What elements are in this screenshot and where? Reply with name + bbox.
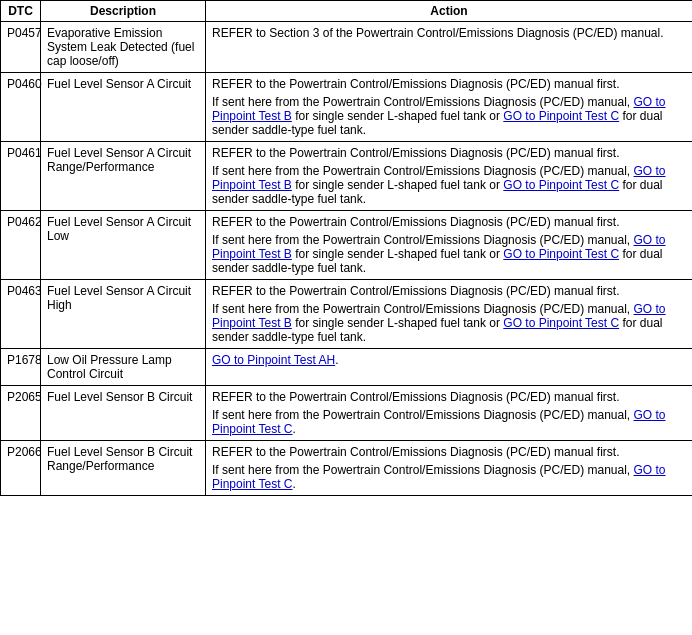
action-paragraph: REFER to Section 3 of the Powertrain Con… — [212, 26, 686, 40]
description-cell: Fuel Level Sensor B Circuit — [41, 386, 206, 441]
action-paragraph: If sent here from the Powertrain Control… — [212, 164, 686, 206]
action-cell: REFER to Section 3 of the Powertrain Con… — [206, 22, 693, 73]
dtc-cell: P0461 — [1, 142, 41, 211]
action-paragraph: REFER to the Powertrain Control/Emission… — [212, 146, 686, 160]
description-cell: Fuel Level Sensor B Circuit Range/Perfor… — [41, 441, 206, 496]
table-row: P0461Fuel Level Sensor A Circuit Range/P… — [1, 142, 693, 211]
action-paragraph: REFER to the Powertrain Control/Emission… — [212, 215, 686, 229]
action-paragraph: REFER to the Powertrain Control/Emission… — [212, 77, 686, 91]
pinpoint-test-link[interactable]: GO to Pinpoint Test C — [503, 178, 619, 192]
table-row: P0460Fuel Level Sensor A CircuitREFER to… — [1, 73, 693, 142]
pinpoint-test-link[interactable]: GO to Pinpoint Test AH — [212, 353, 335, 367]
description-cell: Low Oil Pressure Lamp Control Circuit — [41, 349, 206, 386]
pinpoint-test-link[interactable]: GO to Pinpoint Test C — [503, 247, 619, 261]
action-paragraph: GO to Pinpoint Test AH. — [212, 353, 686, 367]
dtc-cell: P2065 — [1, 386, 41, 441]
action-paragraph: If sent here from the Powertrain Control… — [212, 302, 686, 344]
table-row: P2065Fuel Level Sensor B CircuitREFER to… — [1, 386, 693, 441]
pinpoint-test-link[interactable]: GO to Pinpoint Test C — [503, 109, 619, 123]
action-paragraph: REFER to the Powertrain Control/Emission… — [212, 445, 686, 459]
action-paragraph: REFER to the Powertrain Control/Emission… — [212, 390, 686, 404]
header-dtc: DTC — [1, 1, 41, 22]
dtc-cell: P0463 — [1, 280, 41, 349]
dtc-table: DTC Description Action P0457Evaporative … — [0, 0, 692, 496]
description-cell: Evaporative Emission System Leak Detecte… — [41, 22, 206, 73]
dtc-cell: P2066 — [1, 441, 41, 496]
description-cell: Fuel Level Sensor A Circuit High — [41, 280, 206, 349]
dtc-cell: P1678 — [1, 349, 41, 386]
table-row: P0462Fuel Level Sensor A Circuit LowREFE… — [1, 211, 693, 280]
action-paragraph: If sent here from the Powertrain Control… — [212, 233, 686, 275]
description-cell: Fuel Level Sensor A Circuit — [41, 73, 206, 142]
header-action: Action — [206, 1, 693, 22]
action-paragraph: If sent here from the Powertrain Control… — [212, 95, 686, 137]
action-cell: REFER to the Powertrain Control/Emission… — [206, 211, 693, 280]
table-row: P1678Low Oil Pressure Lamp Control Circu… — [1, 349, 693, 386]
action-paragraph: If sent here from the Powertrain Control… — [212, 463, 686, 491]
dtc-cell: P0462 — [1, 211, 41, 280]
pinpoint-test-link[interactable]: GO to Pinpoint Test C — [212, 463, 666, 491]
action-cell: REFER to the Powertrain Control/Emission… — [206, 280, 693, 349]
action-cell: REFER to the Powertrain Control/Emission… — [206, 142, 693, 211]
action-cell: GO to Pinpoint Test AH. — [206, 349, 693, 386]
table-row: P0463Fuel Level Sensor A Circuit HighREF… — [1, 280, 693, 349]
action-cell: REFER to the Powertrain Control/Emission… — [206, 73, 693, 142]
action-cell: REFER to the Powertrain Control/Emission… — [206, 441, 693, 496]
header-description: Description — [41, 1, 206, 22]
action-paragraph: If sent here from the Powertrain Control… — [212, 408, 686, 436]
dtc-cell: P0457 — [1, 22, 41, 73]
action-paragraph: REFER to the Powertrain Control/Emission… — [212, 284, 686, 298]
description-cell: Fuel Level Sensor A Circuit Range/Perfor… — [41, 142, 206, 211]
pinpoint-test-link[interactable]: GO to Pinpoint Test C — [503, 316, 619, 330]
action-cell: REFER to the Powertrain Control/Emission… — [206, 386, 693, 441]
description-cell: Fuel Level Sensor A Circuit Low — [41, 211, 206, 280]
table-row: P0457Evaporative Emission System Leak De… — [1, 22, 693, 73]
table-row: P2066Fuel Level Sensor B Circuit Range/P… — [1, 441, 693, 496]
pinpoint-test-link[interactable]: GO to Pinpoint Test C — [212, 408, 666, 436]
dtc-cell: P0460 — [1, 73, 41, 142]
